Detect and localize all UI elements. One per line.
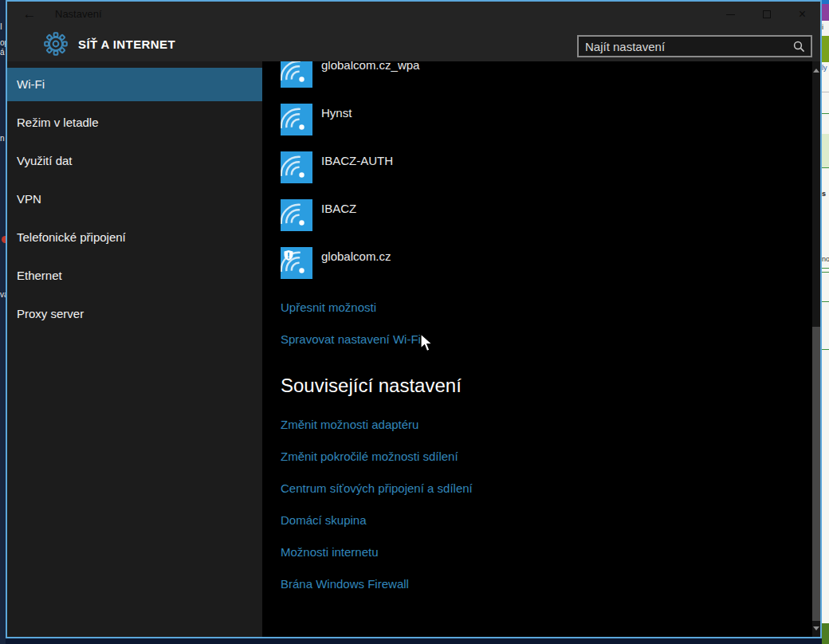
- window-title: Nastavení: [55, 8, 102, 20]
- sidebar-item-wifi[interactable]: Wi-Fi: [7, 68, 262, 101]
- chevron-down-icon: [813, 626, 819, 630]
- bg-text-fragment: no: [822, 255, 829, 263]
- settings-window: ← Nastavení ×: [6, 0, 822, 638]
- chevron-up-icon: [813, 69, 819, 73]
- wifi-icon: [281, 247, 312, 279]
- network-sharing-center-link[interactable]: Centrum síťových připojení a sdílení: [281, 481, 473, 495]
- bg-text-fragment: op: [0, 38, 6, 47]
- sidebar-item-proxy[interactable]: Proxy server: [7, 297, 262, 331]
- minimize-button[interactable]: [713, 2, 748, 27]
- advanced-options-link[interactable]: Upřesnit možnosti: [281, 300, 376, 314]
- wifi-icon: [281, 151, 312, 183]
- bg-block: i: [822, 21, 829, 36]
- page-header: SÍŤ A INTERNET: [7, 27, 820, 61]
- wifi-network-row[interactable]: IBACZ-AUTH: [281, 151, 615, 183]
- wifi-network-name: Hynst: [321, 106, 352, 120]
- windows-firewall-link[interactable]: Brána Windows Firewall: [281, 577, 409, 591]
- mouse-cursor: [420, 333, 434, 353]
- wifi-network-row[interactable]: Hynst: [281, 104, 615, 135]
- bg-text-fragment: va: [0, 290, 6, 299]
- wifi-panel: globalcom.cz_wpa Hynst: [262, 61, 820, 637]
- bg-text-fragment: I: [0, 22, 2, 31]
- sidebar-item-data-usage[interactable]: Využití dat: [7, 144, 262, 178]
- sidebar-item-vpn[interactable]: VPN: [7, 183, 262, 216]
- background-window-left[interactable]: I op á n va: [0, 0, 6, 644]
- scrollbar[interactable]: [812, 61, 820, 637]
- wifi-tile: [281, 61, 312, 88]
- settings-gear-icon: [44, 32, 68, 56]
- wifi-icon: [281, 104, 312, 135]
- wifi-icon: [281, 61, 312, 88]
- wifi-tile: [281, 199, 312, 231]
- change-adapter-options-link[interactable]: Změnit možnosti adaptéru: [281, 418, 418, 431]
- sidebar: Wi-Fi Režim v letadle Využití dat VPN Te…: [7, 61, 262, 637]
- titlebar[interactable]: ← Nastavení ×: [7, 2, 820, 27]
- bg-text-fragment: i: [822, 23, 823, 31]
- page-title: SÍŤ A INTERNET: [78, 37, 175, 51]
- bg-text-fragment: ly: [822, 64, 827, 72]
- back-button[interactable]: ←: [20, 5, 39, 24]
- bg-block: [822, 4, 829, 21]
- window-controls: ×: [713, 2, 820, 27]
- wifi-tile: [281, 104, 312, 135]
- scrollbar-down-arrow[interactable]: [812, 621, 820, 635]
- minimize-icon: [726, 14, 735, 15]
- scrollbar-thumb[interactable]: [812, 327, 820, 621]
- search-box[interactable]: [577, 35, 812, 57]
- wifi-network-name: IBACZ: [321, 202, 356, 215]
- window-chrome: ← Nastavení ×: [7, 2, 820, 61]
- internet-options-link[interactable]: Možnosti internetu: [281, 545, 379, 559]
- bg-block: ly s no: [822, 62, 829, 623]
- wifi-network-name: IBACZ-AUTH: [321, 154, 393, 167]
- maximize-button[interactable]: [748, 2, 784, 27]
- homegroup-link[interactable]: Domácí skupina: [281, 513, 367, 527]
- background-window-right[interactable]: i ly s no: [822, 0, 829, 644]
- window-body: Wi-Fi Režim v letadle Využití dat VPN Te…: [7, 61, 820, 637]
- bg-block: [822, 623, 829, 644]
- wifi-network-name: globalcom.cz: [321, 249, 391, 263]
- close-icon: ×: [799, 8, 806, 21]
- wifi-network-row[interactable]: globalcom.cz_wpa: [281, 61, 615, 88]
- wifi-icon: [281, 199, 312, 231]
- sidebar-item-ethernet[interactable]: Ethernet: [7, 259, 262, 293]
- search-input[interactable]: [579, 40, 793, 53]
- bg-block: [822, 36, 829, 62]
- bg-text-fragment: á: [0, 48, 5, 57]
- wifi-tile: [281, 247, 312, 279]
- close-button[interactable]: ×: [784, 2, 820, 27]
- maximize-icon: [763, 10, 771, 18]
- wifi-network-row[interactable]: IBACZ: [281, 199, 615, 231]
- bg-text-fragment: s: [822, 190, 826, 198]
- search-icon: [793, 41, 805, 53]
- change-sharing-options-link[interactable]: Změnit pokročilé možnosti sdílení: [281, 450, 458, 463]
- desktop: { "window": { "title": "Nastavení", "bac…: [0, 0, 829, 644]
- sidebar-item-airplane-mode[interactable]: Režim v letadle: [7, 106, 262, 139]
- wifi-network-row[interactable]: globalcom.cz: [281, 247, 615, 279]
- sidebar-item-dial-up[interactable]: Telefonické připojení: [7, 221, 262, 254]
- manage-wifi-settings-link[interactable]: Spravovat nastavení Wi-Fi: [281, 332, 421, 346]
- wifi-tile: [281, 151, 312, 183]
- wifi-network-name: globalcom.cz_wpa: [321, 61, 419, 72]
- scrollbar-up-arrow[interactable]: [812, 63, 820, 77]
- bg-text-fragment: n: [0, 134, 5, 143]
- related-settings-heading: Související nastavení: [281, 375, 462, 397]
